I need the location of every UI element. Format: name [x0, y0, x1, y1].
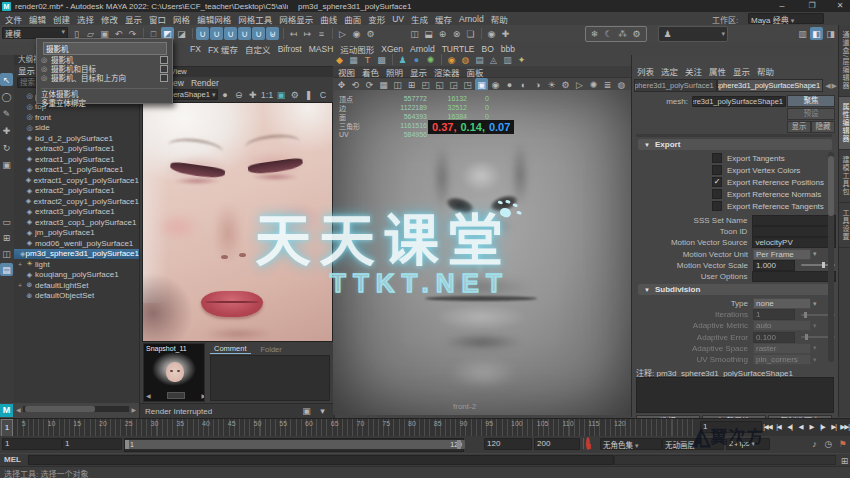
shelf-tab[interactable]: 自定义	[245, 43, 271, 55]
option-box[interactable]	[160, 74, 168, 82]
command-language-toggle[interactable]: MEL	[4, 455, 21, 464]
sidebar-tab[interactable]: 通道盒/层编辑器	[839, 25, 850, 97]
prev-snapshot-icon[interactable]: ◀	[146, 392, 151, 399]
attribute-field[interactable]: 0.100	[753, 332, 795, 343]
menu-item[interactable]: 帮助	[491, 13, 508, 25]
paint-select-tool-icon[interactable]: ✎	[0, 107, 13, 120]
outliner-item[interactable]: ◈bd_d_2_polySurface1	[14, 133, 139, 144]
scrollbar-thumb[interactable]	[828, 156, 834, 216]
option-box[interactable]	[160, 65, 168, 73]
snapshot-icon[interactable]: ●	[218, 88, 231, 101]
menu-item[interactable]: 编辑网格	[197, 13, 231, 25]
minimize-button[interactable]: –	[772, 1, 792, 11]
hide-button[interactable]: 隐藏	[811, 121, 835, 133]
lasso-tool-icon[interactable]: ◯	[0, 90, 13, 103]
attribute-editor-menu-item[interactable]: 关注	[685, 65, 702, 77]
select-component-icon[interactable]: ◪	[175, 27, 188, 40]
toolbar-icon[interactable]: ◬	[487, 53, 500, 66]
single-pane-layout-icon[interactable]: ▭	[0, 215, 13, 228]
scroll-right-icon[interactable]: ▶	[131, 406, 136, 413]
viewport-menu-item[interactable]: 显示	[410, 66, 427, 78]
animation-start-field[interactable]: 1	[2, 438, 62, 450]
range-bar[interactable]: 1 120	[127, 440, 465, 449]
attribute-editor-menu-item[interactable]: 属性	[709, 65, 726, 77]
menu-item[interactable]: 曲线	[320, 13, 337, 25]
toolbar-icon[interactable]: ✺	[424, 53, 437, 66]
maximize-button[interactable]: ❐	[802, 1, 822, 10]
comment-textarea[interactable]	[210, 355, 330, 401]
menu-item[interactable]: 选择	[77, 13, 94, 25]
toolbar-icon[interactable]: ✦	[515, 53, 528, 66]
highlight-selection-icon[interactable]: ◉	[485, 27, 498, 40]
tab-comment[interactable]: Comment	[210, 344, 251, 354]
expand-toggle-icon[interactable]: +	[16, 261, 24, 268]
menu-item[interactable]: 缓存	[435, 13, 452, 25]
attribute-dropdown[interactable]: auto	[753, 320, 811, 331]
toolbar-icon[interactable]: ◍	[459, 53, 472, 66]
slider-thumb[interactable]	[822, 262, 825, 268]
sidebar-tab[interactable]: 工具设置	[839, 203, 850, 248]
render-current-frame-icon[interactable]: ▷	[336, 27, 349, 40]
attribute-dropdown[interactable]: pin_corners	[753, 354, 811, 365]
tool-settings-toggle-icon[interactable]: ◨	[824, 27, 837, 40]
two-pane-layout-icon[interactable]: ◫	[0, 247, 13, 260]
outliner-item[interactable]: ◈pm3d_sphere3d1_polySurface1	[14, 249, 139, 260]
outliner-item[interactable]: +☀light	[14, 259, 139, 270]
export-section-header[interactable]: ▼Export	[638, 139, 832, 150]
expand-toggle-icon[interactable]: +	[16, 282, 24, 289]
menu-item[interactable]: 显示	[125, 13, 142, 25]
outliner-persp-layout-icon[interactable]: ▤	[0, 263, 13, 276]
gamma-icon[interactable]: C	[316, 88, 329, 101]
copy-icon[interactable]: ❏	[464, 27, 477, 40]
viewport-menu-item[interactable]: 照明	[386, 66, 403, 78]
make-live-icon[interactable]: ⊎	[266, 27, 279, 40]
outliner-item[interactable]: ◈extract3_polySurface1	[14, 207, 139, 218]
viewport-menu-item[interactable]: 视图	[338, 66, 355, 78]
render-view-menu-item[interactable]: Render	[191, 78, 219, 88]
attribute-editor-menu-item[interactable]: 显示	[733, 65, 750, 77]
tab-transform-node[interactable]: pm3d_sphere3d1_polySurface1	[634, 79, 717, 92]
outliner-item[interactable]: ◎side	[14, 123, 139, 134]
outliner-item[interactable]: ◈extract1_copy1_polySurface1	[14, 175, 139, 186]
workspace-panel-icon[interactable]: ▥	[796, 27, 809, 40]
attribute-editor-menu-item[interactable]: 帮助	[757, 65, 774, 77]
viewport-menu-item[interactable]: 着色	[362, 66, 379, 78]
zoom-out-icon[interactable]: ⊖	[232, 88, 245, 101]
plus-icon[interactable]: ⊕	[436, 27, 449, 40]
attribute-editor-scrollbar[interactable]	[828, 152, 834, 362]
construction-history-icon[interactable]: ≡	[315, 27, 328, 40]
show-button[interactable]: 显示	[787, 121, 811, 133]
scale-tool-icon[interactable]: ▣	[0, 158, 13, 171]
range-handle-right[interactable]	[457, 440, 461, 449]
menu-item[interactable]: 网格	[173, 13, 190, 25]
shelf-tab[interactable]: MASH	[309, 44, 334, 54]
outliner-hscrollbar[interactable]: ◀ ▶	[16, 405, 136, 413]
tab-scroll-left-icon[interactable]: ◀	[825, 82, 830, 90]
subdivision-section-header[interactable]: ▼Subdivision	[638, 284, 832, 295]
checkbox[interactable]	[712, 189, 722, 199]
presets-button[interactable]: 预设	[787, 108, 835, 120]
menu-item[interactable]: 创建	[53, 13, 70, 25]
output-connections-icon[interactable]: ↦	[301, 27, 314, 40]
attribute-editor-menu-item[interactable]: 列表	[637, 65, 654, 77]
outliner-item[interactable]: ⊛defaultObjectSet	[14, 291, 139, 302]
next-snapshot-icon[interactable]: ▶	[201, 392, 205, 399]
playback-button[interactable]: ▶▶|	[839, 421, 850, 433]
playback-end-field[interactable]: 120	[484, 438, 532, 450]
option-box[interactable]	[160, 56, 168, 64]
rotate-tool-icon[interactable]: ↻	[0, 141, 13, 154]
snap-curve-icon[interactable]: ∪	[210, 27, 223, 40]
menu-item[interactable]: 文件	[5, 13, 22, 25]
move-tool-icon[interactable]: ✚	[0, 124, 13, 137]
outliner-menu-item[interactable]: 显示	[18, 64, 35, 76]
set-key-icon[interactable]	[586, 437, 590, 450]
outliner-item[interactable]: ◈jm_polySurface1	[14, 228, 139, 239]
attribute-dropdown[interactable]: none	[753, 298, 811, 309]
actual-size-icon[interactable]: 1:1	[260, 88, 273, 101]
options-icon[interactable]: ⚙	[288, 88, 301, 101]
outliner-item[interactable]: ◈extract2_copy1_polySurface1	[14, 196, 139, 207]
outliner-item[interactable]: ◈extract1_1_polySurface1	[14, 165, 139, 176]
pan-icon[interactable]: ✚	[246, 88, 259, 101]
scroll-left-icon[interactable]: ◀	[16, 406, 21, 413]
shelf-tab[interactable]: FX 缓存	[208, 43, 238, 55]
